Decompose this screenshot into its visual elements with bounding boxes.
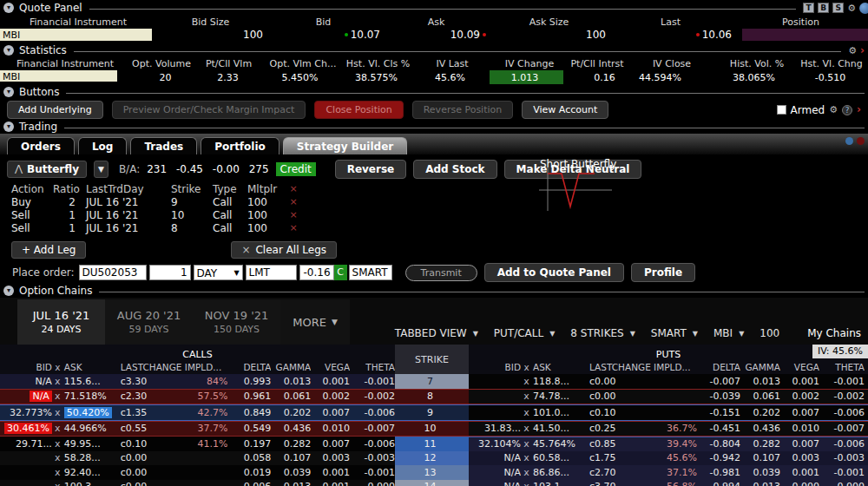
bid-cell[interactable]: N/A xyxy=(472,467,521,478)
view-mode-select[interactable]: TABBED VIEW▼ xyxy=(395,327,478,339)
ask-cell[interactable]: 115.6... xyxy=(63,376,119,387)
add-stock-button[interactable]: Add Stock xyxy=(413,160,496,179)
reverse-button[interactable]: Reverse xyxy=(335,160,407,179)
price-field[interactable]: -0.16 xyxy=(299,265,334,280)
ask-cell[interactable]: 92.40... xyxy=(63,467,119,478)
ask-cell[interactable]: 45.764% xyxy=(532,438,588,450)
remove-leg-icon[interactable]: × xyxy=(286,222,301,233)
ask-cell[interactable]: 74.78... xyxy=(532,391,588,402)
my-chains-button[interactable]: My Chains xyxy=(807,327,861,339)
remove-leg-icon[interactable]: × xyxy=(286,209,301,220)
book-window-icon[interactable]: B xyxy=(818,3,829,13)
wrench-icon[interactable]: ⚙ xyxy=(829,105,838,115)
help-icon[interactable]: ? xyxy=(842,105,852,115)
ask-cell[interactable]: 49.95... xyxy=(63,438,119,450)
bid-size-value[interactable]: 100 xyxy=(156,29,265,43)
scanner-window-icon[interactable]: S xyxy=(832,3,844,13)
route-field[interactable]: SMART xyxy=(349,265,392,280)
ticker-window-icon[interactable]: T xyxy=(803,3,814,13)
ask-cell[interactable]: 41.50... xyxy=(532,423,588,434)
bid-cell[interactable]: N/A xyxy=(472,481,521,486)
ask-cell[interactable]: 50.420% xyxy=(63,407,119,418)
add-to-quote-panel-button[interactable]: Add to Quote Panel xyxy=(484,263,624,282)
armed-checkbox[interactable] xyxy=(777,105,786,115)
ask-cell[interactable]: 86.86... xyxy=(532,467,588,478)
order-type-field[interactable]: LMT xyxy=(246,265,297,280)
add-leg-button[interactable]: + Add Leg xyxy=(11,241,86,259)
ask-cell[interactable]: 103.1... xyxy=(532,481,588,486)
bid-cell[interactable]: 29.71... xyxy=(3,438,52,450)
last-value[interactable]: 10.06 xyxy=(608,29,733,43)
option-chain-row[interactable]: 30.461%x44.966%c0.5537.7%0.5490.4360.010… xyxy=(0,421,868,437)
alert-dot-icon[interactable] xyxy=(857,137,865,145)
bid-cell[interactable]: N/A xyxy=(3,391,52,402)
status-dot-icon[interactable] xyxy=(845,137,853,145)
remove-leg-icon[interactable]: × xyxy=(286,196,301,207)
ask-cell[interactable]: 44.966% xyxy=(63,423,119,434)
exchange-select[interactable]: SMART▼ xyxy=(651,327,698,339)
wrench-icon[interactable]: ⚙ xyxy=(847,3,856,13)
clear-all-legs-button[interactable]: ×Clear All Legs xyxy=(231,241,337,259)
bid-cell[interactable]: N/A xyxy=(3,376,52,387)
collapse-option-chains-icon[interactable]: ▾ xyxy=(3,286,14,296)
bid-cell[interactable]: N/A xyxy=(472,452,521,463)
strategy-selector[interactable]: ⋀ Butterfly xyxy=(7,161,87,178)
ask-cell[interactable]: 58.28... xyxy=(63,452,119,463)
expand-arrow-icon[interactable]: › xyxy=(860,46,865,56)
wrench-icon[interactable]: ⚙ xyxy=(848,46,857,56)
expiry-tab-jul16[interactable]: JUL 16 '21 24 DAYS xyxy=(17,299,105,345)
bid-value[interactable]: 10.07 xyxy=(265,29,382,43)
symbol-field[interactable]: MBI xyxy=(0,29,152,41)
strikes-count-select[interactable]: 8 STRIKES▼ xyxy=(570,327,635,339)
close-position-button[interactable]: Close Position xyxy=(314,101,403,119)
option-chain-row[interactable]: x92.40...c0.000.0190.0390.001-0.00113N/A… xyxy=(0,465,868,480)
transmit-button[interactable]: Transmit xyxy=(405,265,477,281)
profile-button[interactable]: Profile xyxy=(631,263,695,282)
bid-cell[interactable]: 32.104% xyxy=(472,438,521,450)
tab-portfolio[interactable]: Portfolio xyxy=(201,137,279,154)
collapse-buttons-icon[interactable]: ▾ xyxy=(3,87,14,97)
reverse-position-button[interactable]: Reverse Position xyxy=(412,101,514,119)
view-account-button[interactable]: View Account xyxy=(522,101,608,119)
tab-log[interactable]: Log xyxy=(78,137,127,154)
expiry-tab-aug20[interactable]: AUG 20 '21 59 DAYS xyxy=(105,299,193,345)
bid-cell[interactable]: 30.461% xyxy=(3,423,52,434)
collapse-statistics-icon[interactable]: ▾ xyxy=(3,45,14,56)
expand-arrow-icon[interactable]: › xyxy=(857,105,861,115)
preview-order-button[interactable]: Preview Order/Check Margin Impact xyxy=(112,101,306,119)
option-chain-row[interactable]: 29.71...x49.95...c0.1041.1%0.1970.2820.0… xyxy=(0,437,868,451)
tif-select[interactable]: DAY▼ xyxy=(194,265,243,280)
put-call-select[interactable]: PUT/CALL▼ xyxy=(494,327,556,339)
option-chain-row[interactable]: x58.28...c0.000.0580.1070.003-0.00312N/A… xyxy=(0,451,868,466)
position-field[interactable] xyxy=(742,29,868,41)
option-chain-row[interactable]: N/Ax71.518%c2.3057.5%0.9610.0610.002-0.0… xyxy=(0,389,868,405)
bid-cell[interactable]: 32.773% xyxy=(3,407,52,418)
collapse-quote-panel-icon[interactable]: ▾ xyxy=(3,3,14,13)
ask-cell[interactable]: 118.8... xyxy=(532,376,588,387)
globe-icon[interactable] xyxy=(859,3,868,14)
expiry-tab-nov19[interactable]: NOV 19 '21 150 DAYS xyxy=(193,299,280,345)
ask-cell[interactable]: 71.518% xyxy=(63,391,119,402)
ask-cell[interactable]: 101.0... xyxy=(532,407,588,418)
leg-row[interactable]: Buy2JUL 16 '219Call100× xyxy=(11,195,868,208)
more-expiries-button[interactable]: MORE▼ xyxy=(280,299,350,345)
ask-cell[interactable]: 60.58... xyxy=(532,452,588,463)
option-chain-row[interactable]: x100.3...c0.000.0060.0130.0010.00014N/Ax… xyxy=(0,480,868,486)
account-field[interactable]: DU502053 xyxy=(79,265,147,280)
collapse-trading-icon[interactable]: ▾ xyxy=(3,122,14,132)
leg-row[interactable]: Sell1JUL 16 '218Call100× xyxy=(11,221,868,234)
tab-orders[interactable]: Orders xyxy=(7,137,75,154)
tab-strategy-builder[interactable]: Strategy Builder xyxy=(283,137,407,154)
strategy-dropdown-arrow[interactable]: ▼ xyxy=(94,161,108,178)
option-chain-row[interactable]: N/Ax115.6...c3.3084%0.9930.0130.001-0.00… xyxy=(0,374,868,389)
bid-cell[interactable]: 31.83... xyxy=(472,423,521,434)
underlying-select[interactable]: MBI▼ xyxy=(713,327,744,339)
option-chain-row[interactable]: 32.773%x50.420%c1.3542.7%0.8490.2020.007… xyxy=(0,404,868,421)
quantity-field[interactable]: 1 xyxy=(149,265,191,280)
leg-row[interactable]: Sell1JUL 16 '2110Call100× xyxy=(11,208,868,221)
ask-size-value[interactable]: 100 xyxy=(490,29,608,43)
add-underlying-button[interactable]: Add Underlying xyxy=(7,101,103,119)
ask-cell[interactable]: 100.3... xyxy=(63,481,119,486)
ask-value[interactable]: 10.09 xyxy=(382,29,490,43)
tab-trades[interactable]: Trades xyxy=(130,137,197,154)
